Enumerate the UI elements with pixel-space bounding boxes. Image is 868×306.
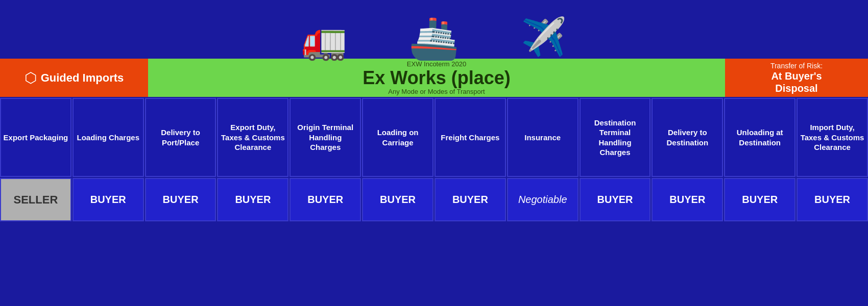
- col-body-1: BUYER: [73, 178, 144, 221]
- charges-grid: Export PackagingSELLERLoading ChargesBUY…: [0, 98, 868, 221]
- col-body-11: BUYER: [797, 178, 868, 221]
- col-header-1: Loading Charges: [73, 98, 144, 177]
- col-header-0: Export Packaging: [0, 98, 71, 177]
- col-body-2: BUYER: [145, 178, 216, 221]
- header-row: ⬡ Guided Imports EXW Incoterm 2020 Ex Wo…: [0, 59, 868, 97]
- column-8: Destination Terminal Handling ChargesBUY…: [580, 98, 651, 221]
- column-10: Unloading at DestinationBUYER: [724, 98, 795, 221]
- column-6: Freight ChargesBUYER: [435, 98, 506, 221]
- column-3: Export Duty, Taxes & Customs ClearanceBU…: [217, 98, 288, 221]
- column-11: Import Duty, Taxes & Customs ClearanceBU…: [797, 98, 868, 221]
- risk-cell: Transfer of Risk: At Buyer'sDisposal: [725, 59, 868, 97]
- col-body-8: BUYER: [580, 178, 651, 221]
- incoterm-title: Ex Works (place): [363, 68, 510, 88]
- logo-text: Guided Imports: [41, 71, 124, 85]
- column-9: Delivery to DestinationBUYER: [652, 98, 723, 221]
- truck-icon: 🚛: [301, 22, 347, 59]
- col-header-5: Loading on Carriage: [362, 98, 433, 177]
- col-body-0: SELLER: [0, 178, 71, 221]
- col-header-10: Unloading at Destination: [724, 98, 795, 177]
- col-body-7: Negotiable: [507, 178, 578, 221]
- column-7: InsuranceNegotiable: [507, 98, 578, 221]
- col-header-11: Import Duty, Taxes & Customs Clearance: [797, 98, 868, 177]
- column-2: Delivery to Port/PlaceBUYER: [145, 98, 216, 221]
- column-1: Loading ChargesBUYER: [73, 98, 144, 221]
- risk-value: At Buyer'sDisposal: [771, 70, 822, 94]
- col-header-6: Freight Charges: [435, 98, 506, 177]
- incoterm-cell: EXW Incoterm 2020 Ex Works (place) Any M…: [148, 59, 725, 97]
- ship-icon: 🚢: [408, 18, 460, 59]
- col-body-10: BUYER: [724, 178, 795, 221]
- transport-icons-row: 🚛 🚢 ✈️: [0, 0, 868, 59]
- col-header-3: Export Duty, Taxes & Customs Clearance: [217, 98, 288, 177]
- logo-cell: ⬡ Guided Imports: [0, 59, 148, 97]
- col-header-4: Origin Terminal Handling Charges: [290, 98, 361, 177]
- col-header-9: Delivery to Destination: [652, 98, 723, 177]
- col-body-4: BUYER: [290, 178, 361, 221]
- column-4: Origin Terminal Handling ChargesBUYER: [290, 98, 361, 221]
- logo-icon: ⬡: [25, 69, 37, 86]
- col-header-7: Insurance: [507, 98, 578, 177]
- plane-icon: ✈️: [521, 15, 567, 59]
- incoterm-subtitle: EXW Incoterm 2020: [407, 60, 466, 68]
- col-body-6: BUYER: [435, 178, 506, 221]
- column-0: Export PackagingSELLER: [0, 98, 71, 221]
- col-body-9: BUYER: [652, 178, 723, 221]
- incoterm-mode: Any Mode or Modes of Transport: [388, 88, 485, 95]
- risk-label: Transfer of Risk:: [770, 62, 823, 70]
- col-header-2: Delivery to Port/Place: [145, 98, 216, 177]
- col-header-8: Destination Terminal Handling Charges: [580, 98, 651, 177]
- col-body-3: BUYER: [217, 178, 288, 221]
- column-5: Loading on CarriageBUYER: [362, 98, 433, 221]
- logo-bold: Imports: [83, 71, 124, 84]
- col-body-5: BUYER: [362, 178, 433, 221]
